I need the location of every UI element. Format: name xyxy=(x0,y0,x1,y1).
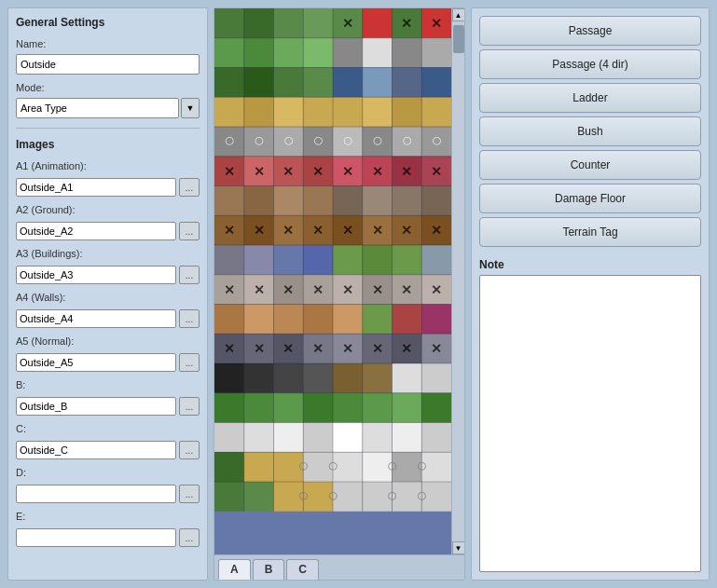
svg-text:✕: ✕ xyxy=(283,341,294,356)
b-browse-btn[interactable]: ... xyxy=(179,397,200,416)
svg-rect-1 xyxy=(244,8,274,38)
d-browse-btn[interactable]: ... xyxy=(179,485,200,503)
a3-input[interactable] xyxy=(16,266,176,284)
a3-browse-btn[interactable]: ... xyxy=(179,266,200,284)
scroll-thumb[interactable] xyxy=(453,25,464,53)
tile-inner[interactable]: ✕ ✕ ✕ ✕ ✕ ✕ ✕ ✕ ✕ ✕ ✕ ✕ ✕ ✕ ✕ ✕ ✕ xyxy=(214,8,451,554)
svg-rect-28 xyxy=(333,97,363,127)
svg-text:✕: ✕ xyxy=(283,223,294,238)
svg-text:✕: ✕ xyxy=(224,164,235,179)
svg-text:○: ○ xyxy=(342,130,353,150)
d-input[interactable] xyxy=(16,485,176,503)
note-textarea[interactable] xyxy=(479,275,701,572)
svg-rect-55 xyxy=(421,186,451,216)
a5-row: ... xyxy=(16,353,200,372)
svg-text:✕: ✕ xyxy=(401,223,412,238)
svg-rect-54 xyxy=(393,186,422,216)
name-input[interactable] xyxy=(16,54,200,75)
svg-text:✕: ✕ xyxy=(224,341,235,356)
svg-rect-51 xyxy=(303,186,333,216)
svg-rect-21 xyxy=(363,68,393,98)
svg-text:✕: ✕ xyxy=(312,223,324,238)
svg-text:○: ○ xyxy=(254,130,265,150)
svg-text:✕: ✕ xyxy=(342,282,353,297)
e-input[interactable] xyxy=(16,528,176,547)
b-input[interactable] xyxy=(16,397,176,416)
passage-4dir-button[interactable]: Passage (4 dir) xyxy=(479,49,701,79)
svg-rect-68 xyxy=(333,245,363,275)
svg-text:✕: ✕ xyxy=(312,341,324,356)
svg-text:○: ○ xyxy=(416,455,427,475)
svg-rect-103 xyxy=(421,363,451,393)
svg-rect-114 xyxy=(274,423,304,453)
b-label: B: xyxy=(16,379,200,390)
terrain-tag-button[interactable]: Terrain Tag xyxy=(479,217,701,247)
svg-rect-3 xyxy=(303,8,333,38)
e-browse-btn[interactable]: ... xyxy=(179,528,200,547)
svg-rect-99 xyxy=(303,363,333,393)
svg-rect-49 xyxy=(244,186,274,216)
c-input[interactable] xyxy=(16,441,176,459)
svg-rect-27 xyxy=(303,97,333,127)
svg-text:✕: ✕ xyxy=(312,164,324,179)
svg-rect-80 xyxy=(214,305,244,335)
svg-rect-108 xyxy=(333,393,363,423)
tab-c[interactable]: C xyxy=(286,559,319,580)
svg-text:✕: ✕ xyxy=(224,282,235,297)
svg-rect-29 xyxy=(363,97,393,127)
a4-row: ... xyxy=(16,309,200,328)
a2-browse-btn[interactable]: ... xyxy=(179,222,200,240)
left-panel: General Settings Name: Mode: Area Type ▼… xyxy=(7,7,208,581)
a1-input[interactable] xyxy=(16,178,176,197)
a2-input[interactable] xyxy=(16,222,176,240)
svg-text:✕: ✕ xyxy=(401,282,412,297)
tab-a[interactable]: A xyxy=(218,559,251,580)
svg-rect-118 xyxy=(393,423,422,453)
svg-rect-98 xyxy=(274,363,304,393)
svg-rect-0 xyxy=(214,8,244,38)
scroll-down-btn[interactable]: ▼ xyxy=(452,541,465,554)
svg-rect-48 xyxy=(214,186,244,216)
svg-text:✕: ✕ xyxy=(283,282,294,297)
a5-input[interactable] xyxy=(16,353,176,372)
svg-rect-85 xyxy=(363,305,393,335)
svg-rect-81 xyxy=(244,305,274,335)
ladder-button[interactable]: Ladder xyxy=(479,83,701,113)
svg-rect-71 xyxy=(421,245,451,275)
bush-button[interactable]: Bush xyxy=(479,116,701,146)
tile-panel: ✕ ✕ ✕ ✕ ✕ ✕ ✕ ✕ ✕ ✕ ✕ ✕ ✕ ✕ ✕ ✕ ✕ xyxy=(214,7,465,581)
svg-text:✕: ✕ xyxy=(283,164,294,179)
svg-text:✕: ✕ xyxy=(431,282,442,297)
svg-rect-87 xyxy=(421,305,451,335)
c-label: C: xyxy=(16,423,200,434)
counter-button[interactable]: Counter xyxy=(479,150,701,180)
a5-label: A5 (Normal): xyxy=(16,335,200,347)
svg-text:○: ○ xyxy=(416,485,427,505)
svg-text:✕: ✕ xyxy=(431,16,442,31)
svg-rect-14 xyxy=(393,38,422,68)
svg-rect-22 xyxy=(393,68,422,98)
scroll-up-btn[interactable]: ▲ xyxy=(452,8,465,21)
svg-rect-25 xyxy=(244,97,274,127)
mode-select[interactable]: Area Type xyxy=(16,98,179,118)
c-browse-btn[interactable]: ... xyxy=(179,441,200,459)
a4-browse-btn[interactable]: ... xyxy=(179,309,200,328)
svg-text:✕: ✕ xyxy=(254,164,265,179)
mode-dropdown-arrow[interactable]: ▼ xyxy=(181,98,200,118)
tile-scrollbar[interactable]: ▲ ▼ xyxy=(451,8,464,554)
a1-browse-btn[interactable]: ... xyxy=(179,178,200,197)
a4-input[interactable] xyxy=(16,309,176,328)
svg-rect-24 xyxy=(214,97,244,127)
note-label: Note xyxy=(479,258,701,271)
svg-rect-2 xyxy=(274,8,304,38)
svg-rect-117 xyxy=(363,423,393,453)
svg-text:○: ○ xyxy=(401,130,412,150)
damage-floor-button[interactable]: Damage Floor xyxy=(479,184,701,213)
svg-text:○: ○ xyxy=(297,485,309,505)
svg-text:✕: ✕ xyxy=(342,164,353,179)
tab-b[interactable]: B xyxy=(253,559,285,580)
passage-button[interactable]: Passage xyxy=(479,16,701,46)
svg-text:✕: ✕ xyxy=(431,341,442,356)
a5-browse-btn[interactable]: ... xyxy=(179,353,200,372)
a2-label: A2 (Ground): xyxy=(16,204,200,215)
